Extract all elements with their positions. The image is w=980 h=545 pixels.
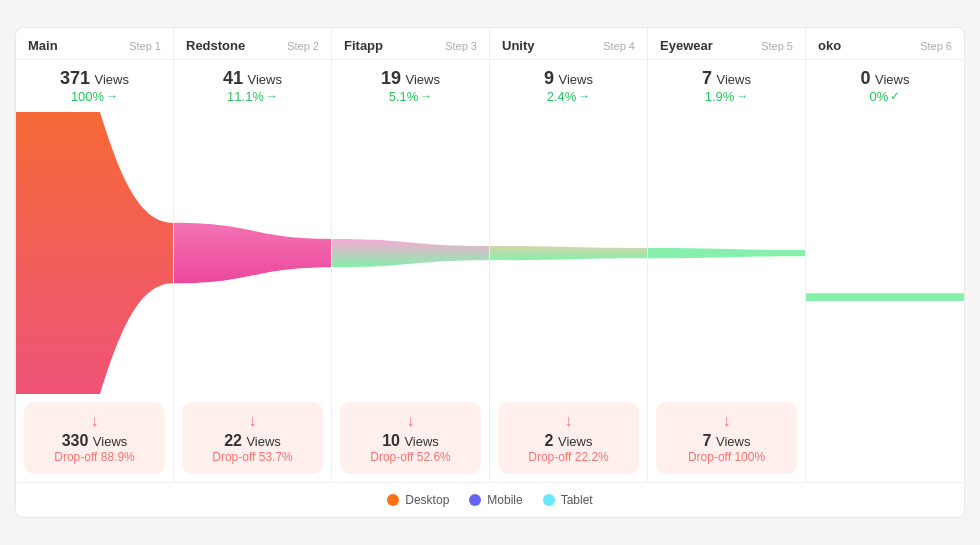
dropoff-views-2: 22 Views: [192, 432, 313, 450]
dropoff-label-4: Drop-off 22.2%: [508, 450, 629, 464]
funnel-visual-6: [806, 112, 964, 482]
views-count-5: 7 Views: [660, 68, 793, 89]
arrow-icon-2: →: [266, 89, 278, 103]
check-icon-6: ✓: [890, 89, 900, 103]
funnel-visual-3: [332, 112, 489, 394]
legend-item-desktop: Desktop: [387, 493, 449, 507]
dropoff-arrow-4: ↓: [508, 412, 629, 430]
funnel-grid: Main Step 1 371 Views 100%→ ↓ 330 Views …: [16, 28, 964, 483]
col-step-2: Step 2: [287, 40, 319, 52]
funnel-visual-2: [174, 112, 331, 394]
col-stats-4: 9 Views 2.4%→: [490, 60, 647, 112]
views-count-1: 371 Views: [28, 68, 161, 89]
col-title-4: Unity: [502, 38, 535, 53]
dropoff-box-4: ↓ 2 Views Drop-off 22.2%: [498, 402, 639, 474]
legend-label-desktop: Desktop: [405, 493, 449, 507]
dropoff-views-1: 330 Views: [34, 432, 155, 450]
funnel-chart: Main Step 1 371 Views 100%→ ↓ 330 Views …: [15, 27, 965, 518]
legend-dot-tablet: [543, 494, 555, 506]
legend-label-tablet: Tablet: [561, 493, 593, 507]
col-step-1: Step 1: [129, 40, 161, 52]
dropoff-views-5: 7 Views: [666, 432, 787, 450]
funnel-col-6: oko Step 6 0 Views 0%✓: [806, 28, 964, 482]
dropoff-label-5: Drop-off 100%: [666, 450, 787, 464]
dropoff-views-4: 2 Views: [508, 432, 629, 450]
pct-value-5: 1.9%: [705, 89, 735, 104]
dropoff-arrow-2: ↓: [192, 412, 313, 430]
col-step-6: Step 6: [920, 40, 952, 52]
views-count-4: 9 Views: [502, 68, 635, 89]
views-count-2: 41 Views: [186, 68, 319, 89]
views-count-3: 19 Views: [344, 68, 477, 89]
col-stats-6: 0 Views 0%✓: [806, 60, 964, 112]
pct-value-1: 100%: [71, 89, 104, 104]
legend-dot-mobile: [469, 494, 481, 506]
col-title-5: Eyewear: [660, 38, 713, 53]
col-stats-5: 7 Views 1.9%→: [648, 60, 805, 112]
legend-item-mobile: Mobile: [469, 493, 522, 507]
col-title-3: Fitapp: [344, 38, 383, 53]
col-title-1: Main: [28, 38, 58, 53]
dropoff-arrow-5: ↓: [666, 412, 787, 430]
dropoff-arrow-1: ↓: [34, 412, 155, 430]
funnel-visual-5: [648, 112, 805, 394]
pct-value-6: 0%: [870, 89, 889, 104]
funnel-col-1: Main Step 1 371 Views 100%→ ↓ 330 Views …: [16, 28, 174, 482]
dropoff-label-2: Drop-off 53.7%: [192, 450, 313, 464]
col-header-5: Eyewear Step 5: [648, 28, 805, 60]
dropoff-label-1: Drop-off 88.9%: [34, 450, 155, 464]
pct-value-4: 2.4%: [547, 89, 577, 104]
col-header-3: Fitapp Step 3: [332, 28, 489, 60]
dropoff-box-3: ↓ 10 Views Drop-off 52.6%: [340, 402, 481, 474]
arrow-icon-1: →: [106, 89, 118, 103]
col-header-4: Unity Step 4: [490, 28, 647, 60]
dropoff-box-1: ↓ 330 Views Drop-off 88.9%: [24, 402, 165, 474]
funnel-visual-1: [16, 112, 173, 394]
col-step-5: Step 5: [761, 40, 793, 52]
arrow-icon-3: →: [420, 89, 432, 103]
arrow-icon-4: →: [578, 89, 590, 103]
pct-value-3: 5.1%: [389, 89, 419, 104]
col-step-3: Step 3: [445, 40, 477, 52]
dropoff-arrow-3: ↓: [350, 412, 471, 430]
col-stats-1: 371 Views 100%→: [16, 60, 173, 112]
col-header-6: oko Step 6: [806, 28, 964, 60]
col-stats-2: 41 Views 11.1%→: [174, 60, 331, 112]
funnel-col-4: Unity Step 4 9 Views 2.4%→ ↓ 2 Views Dro…: [490, 28, 648, 482]
arrow-icon-5: →: [736, 89, 748, 103]
legend-dot-desktop: [387, 494, 399, 506]
dropoff-label-3: Drop-off 52.6%: [350, 450, 471, 464]
funnel-col-2: Redstone Step 2 41 Views 11.1%→ ↓ 22 Vie…: [174, 28, 332, 482]
col-stats-3: 19 Views 5.1%→: [332, 60, 489, 112]
col-header-2: Redstone Step 2: [174, 28, 331, 60]
col-header-1: Main Step 1: [16, 28, 173, 60]
col-title-2: Redstone: [186, 38, 245, 53]
dropoff-views-3: 10 Views: [350, 432, 471, 450]
funnel-visual-4: [490, 112, 647, 394]
funnel-col-3: Fitapp Step 3 19 Views 5.1%→ ↓ 10 Views …: [332, 28, 490, 482]
dropoff-box-5: ↓ 7 Views Drop-off 100%: [656, 402, 797, 474]
pct-value-2: 11.1%: [227, 89, 264, 104]
col-step-4: Step 4: [603, 40, 635, 52]
funnel-col-5: Eyewear Step 5 7 Views 1.9%→ ↓ 7 Views D…: [648, 28, 806, 482]
legend: Desktop Mobile Tablet: [16, 483, 964, 517]
dropoff-box-2: ↓ 22 Views Drop-off 53.7%: [182, 402, 323, 474]
legend-label-mobile: Mobile: [487, 493, 522, 507]
legend-item-tablet: Tablet: [543, 493, 593, 507]
col-title-6: oko: [818, 38, 841, 53]
views-count-6: 0 Views: [818, 68, 952, 89]
